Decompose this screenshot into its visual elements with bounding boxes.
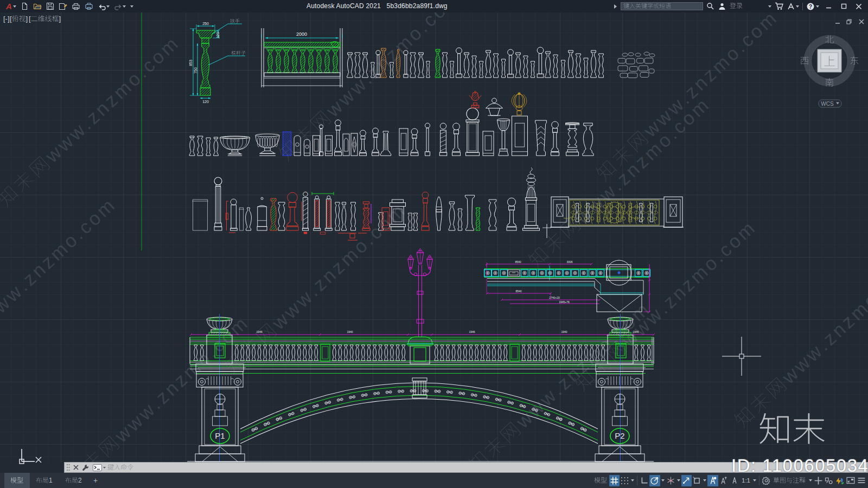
- chevron-down-icon: [753, 479, 756, 481]
- signin-link[interactable]: [730, 2, 743, 10]
- layout-tabs: 1 2 +: [4, 473, 103, 488]
- customization-menu-button[interactable]: [856, 475, 866, 486]
- ortho-toggle[interactable]: [639, 475, 649, 486]
- svg-text:[: [: [29, 15, 31, 23]
- close-button[interactable]: [853, 2, 865, 11]
- isolate-objects-icon: [825, 476, 834, 485]
- minimize-icon: [826, 3, 832, 9]
- expand-icon[interactable]: [613, 4, 617, 9]
- command-tools-button[interactable]: [80, 463, 91, 472]
- workspace-gear-button[interactable]: [761, 475, 771, 486]
- annotation-scale-button[interactable]: [729, 475, 740, 486]
- app-menu-button[interactable]: A: [3, 1, 18, 12]
- search-icon[interactable]: [706, 2, 714, 10]
- autodesk-app-button[interactable]: [787, 3, 799, 10]
- tab-layout2[interactable]: 2: [59, 473, 88, 488]
- print-icon: [85, 2, 93, 10]
- object-snap-tracking-icon: [682, 476, 691, 485]
- viewport-controls: [-][][]: [3, 15, 62, 23]
- tab-model[interactable]: [4, 473, 30, 488]
- chevron-down-icon: [106, 5, 110, 8]
- chevron-down-icon: [703, 479, 706, 481]
- isodraft-toggle[interactable]: [666, 475, 676, 486]
- tab-layout1[interactable]: 1: [30, 473, 59, 488]
- annotation-scale-value[interactable]: 1:1: [740, 477, 752, 484]
- chevron-down-icon: [631, 479, 634, 481]
- title-bar: A Autodesk AutoCAD 2021 5b3d6bb2a89f1.dw…: [0, 0, 868, 12]
- snap-options-button[interactable]: [630, 475, 635, 486]
- new-layout-button[interactable]: +: [88, 473, 103, 488]
- svg-text:2: 2: [78, 477, 82, 484]
- search-input[interactable]: [621, 2, 703, 10]
- chevron-down-icon[interactable]: [768, 5, 771, 8]
- snap-toggle[interactable]: [620, 475, 630, 486]
- wrench-icon: [82, 464, 90, 471]
- polar-options-button[interactable]: [660, 475, 666, 486]
- help-icon: ?: [806, 2, 815, 11]
- model-space-canvas[interactable]: [0, 12, 868, 462]
- status-model-label[interactable]: [592, 477, 609, 485]
- snap-dots-icon: [621, 476, 629, 485]
- help-button[interactable]: ?: [806, 2, 819, 11]
- doc-close-button[interactable]: [857, 18, 866, 25]
- graphics-performance-icon: [835, 476, 845, 485]
- isodraft-options-button[interactable]: [676, 475, 681, 486]
- svg-text:]: ]: [59, 15, 61, 23]
- cleanscreen-button[interactable]: [845, 475, 856, 486]
- annotation-visibility-toggle[interactable]: [707, 475, 718, 486]
- open-folder-icon: [33, 2, 42, 10]
- autocad-window: A Autodesk AutoCAD 2021 5b3d6bb2a89f1.dw…: [0, 0, 868, 488]
- viewport-visualstyle-control[interactable]: []: [29, 15, 62, 23]
- divider: [759, 476, 760, 485]
- close-icon: [73, 465, 79, 470]
- window-title: Autodesk AutoCAD 2021 5b3d6bb2a89f1.dwg: [307, 2, 448, 10]
- cart-icon[interactable]: [775, 2, 784, 10]
- otrack-toggle[interactable]: [681, 475, 692, 486]
- autocad-logo-icon: A: [4, 2, 13, 11]
- clean-screen-icon: [846, 477, 856, 485]
- app-title-text: Autodesk AutoCAD 2021: [307, 2, 381, 10]
- svg-text:?: ?: [809, 3, 812, 9]
- viewport-view-control[interactable]: []: [10, 15, 29, 23]
- plus-icon: [814, 476, 823, 485]
- user-icon[interactable]: [718, 2, 726, 10]
- print-button[interactable]: [83, 1, 95, 12]
- tab-label: 1: [36, 477, 53, 485]
- customize-plus-button[interactable]: [813, 475, 824, 486]
- plot-button[interactable]: [70, 1, 82, 12]
- qat-customize-button[interactable]: [129, 1, 135, 12]
- graphics-performance-button[interactable]: [834, 475, 845, 486]
- open-file-button[interactable]: [31, 1, 43, 12]
- viewport-menu-control[interactable]: [-]: [3, 15, 10, 23]
- undo-button[interactable]: [96, 1, 111, 12]
- annotation-autoscale-toggle[interactable]: [718, 475, 729, 486]
- redo-icon: [114, 3, 123, 10]
- save-button[interactable]: [44, 1, 56, 12]
- isolate-objects-button[interactable]: [824, 475, 834, 486]
- scale-options-button[interactable]: [752, 475, 757, 486]
- new-file-button[interactable]: [19, 1, 30, 12]
- redo-button[interactable]: [112, 1, 127, 12]
- polar-toggle[interactable]: [649, 475, 660, 486]
- grid-toggle[interactable]: [609, 475, 620, 486]
- new-file-icon: [21, 2, 29, 10]
- minimize-button[interactable]: [822, 2, 834, 11]
- osnap-options-button[interactable]: [702, 475, 707, 486]
- recent-commands-button[interactable]: [91, 463, 107, 472]
- command-close-button[interactable]: [72, 463, 80, 472]
- workspace-label[interactable]: [771, 477, 808, 485]
- save-as-button[interactable]: [57, 1, 69, 12]
- tab-label: [10, 477, 24, 485]
- osnap-toggle[interactable]: [692, 475, 702, 486]
- workspace-options-button[interactable]: [808, 475, 813, 486]
- chevron-down-icon: [677, 479, 680, 481]
- maximize-button[interactable]: [838, 2, 850, 11]
- chevron-down-icon: [130, 5, 133, 8]
- chevron-down-icon: [13, 5, 16, 8]
- tab-label: 2: [65, 477, 82, 485]
- doc-restore-button[interactable]: [845, 18, 854, 25]
- brand-watermark-text: [758, 434, 826, 443]
- palette-grip[interactable]: [65, 463, 72, 472]
- close-icon: [856, 3, 862, 10]
- doc-minimize-button[interactable]: [833, 18, 842, 25]
